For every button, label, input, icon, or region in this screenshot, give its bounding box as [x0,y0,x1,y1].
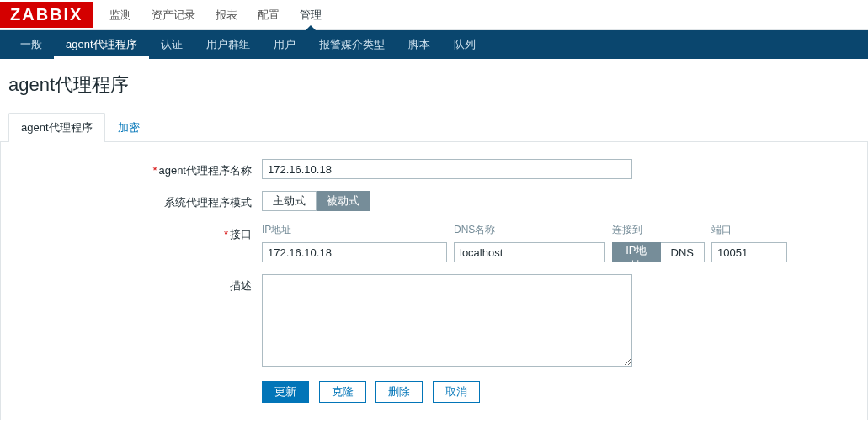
header-port: 端口 [711,223,787,237]
header-ip: IP地址 [262,223,447,237]
interface-row: IP地址DNS [262,242,859,262]
input-proxy-name[interactable] [262,159,632,179]
subnav-item[interactable]: 报警媒介类型 [307,30,397,59]
input-description[interactable] [262,274,632,367]
top-menu-item[interactable]: 报表 [205,1,248,29]
row-proxy-name: *agent代理程序名称 [9,159,859,179]
tab-item[interactable]: agent代理程序 [8,113,105,142]
top-menu-item[interactable]: 配置 [248,1,290,29]
header-connect: 连接到 [612,223,705,237]
subnav-item[interactable]: 脚本 [397,30,442,59]
cancel-button[interactable]: 取消 [433,381,480,403]
row-description: 描述 [9,274,859,369]
subnav-item[interactable]: 一般 [8,30,54,59]
proxy-mode-option[interactable]: 主动式 [262,191,317,211]
tab-item[interactable]: 加密 [105,113,152,142]
connect-to-option[interactable]: IP地址 [612,242,661,262]
subnav-item[interactable]: 队列 [442,30,487,59]
top-menu-item[interactable]: 管理 [290,1,332,29]
label-interface: *接口 [9,223,262,242]
top-bar: ZABBIX 监测资产记录报表配置管理 [0,0,868,30]
subnav-item[interactable]: 认证 [149,30,194,59]
row-proxy-mode: 系统代理程序模式 主动式被动式 [9,191,859,211]
row-interface: *接口 IP地址 DNS名称 连接到 端口 IP地址DNS [9,223,859,262]
header-dns: DNS名称 [454,223,605,237]
delete-button[interactable]: 删除 [375,381,423,403]
input-interface-port[interactable] [711,242,787,262]
label-proxy-name: *agent代理程序名称 [9,159,262,178]
subnav-item[interactable]: 用户群组 [194,30,262,59]
tab-strip: agent代理程序加密 [0,113,868,142]
form-panel: *agent代理程序名称 系统代理程序模式 主动式被动式 *接口 IP地址 DN… [0,142,868,420]
button-row: 更新 克隆 删除 取消 [9,381,859,403]
interface-header: IP地址 DNS名称 连接到 端口 [262,223,859,237]
sub-nav: 一般agent代理程序认证用户群组用户报警媒介类型脚本队列 [0,30,868,59]
logo: ZABBIX [0,2,93,28]
subnav-item[interactable]: 用户 [262,30,307,59]
proxy-mode-option[interactable]: 被动式 [317,191,370,211]
label-description: 描述 [9,274,262,293]
label-proxy-mode: 系统代理程序模式 [9,191,262,210]
page-title: agent代理程序 [0,59,868,113]
top-menu-item[interactable]: 资产记录 [141,1,205,29]
top-menu: 监测资产记录报表配置管理 [99,1,332,29]
clone-button[interactable]: 克隆 [319,381,366,403]
connect-to-group: IP地址DNS [612,242,705,262]
input-interface-dns[interactable] [454,242,605,262]
update-button[interactable]: 更新 [262,381,309,403]
proxy-mode-group: 主动式被动式 [262,191,370,211]
top-menu-item[interactable]: 监测 [99,1,141,29]
interface-table: IP地址 DNS名称 连接到 端口 IP地址DNS [262,223,859,262]
connect-to-option[interactable]: DNS [661,242,705,262]
subnav-item[interactable]: agent代理程序 [54,30,149,59]
input-interface-ip[interactable] [262,242,447,262]
